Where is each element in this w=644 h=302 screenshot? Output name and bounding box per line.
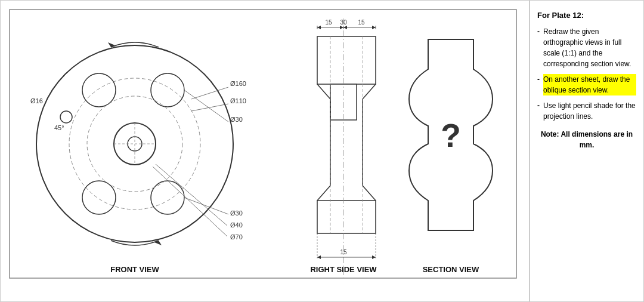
svg-text:Ø16: Ø16 (30, 97, 43, 104)
svg-rect-49 (317, 201, 376, 233)
sidebar-bullet-2: - On another sheet, draw the oblique sec… (537, 74, 636, 95)
sidebar-note: Note: All dimensions are in mm. (537, 129, 636, 150)
svg-rect-41 (317, 36, 376, 84)
bullet-text-3: Use light pencil shade for the projectio… (543, 100, 636, 122)
svg-text:Ø40: Ø40 (230, 221, 243, 229)
svg-text:Ø160: Ø160 (230, 80, 246, 87)
svg-text:15: 15 (358, 19, 365, 26)
svg-text:45°: 45° (54, 124, 64, 131)
svg-text:?: ? (441, 117, 461, 154)
bullet-dash-1: - (537, 26, 540, 37)
svg-text:Ø30: Ø30 (230, 116, 243, 123)
sidebar: For Plate 12: - Redraw the given orthogr… (530, 1, 643, 301)
bullet-text-2: On another sheet, draw the oblique secti… (543, 74, 636, 95)
drawing-area: Ø160 Ø110 Ø30 Ø16 45° Ø30 Ø40 Ø70 FRONT … (1, 1, 530, 301)
bullet-dash-2: - (537, 74, 540, 85)
svg-text:15: 15 (325, 19, 332, 26)
svg-text:15: 15 (340, 249, 347, 255)
svg-text:RIGHT SIDE VIEW: RIGHT SIDE VIEW (310, 265, 377, 274)
sidebar-title: For Plate 12: (537, 10, 636, 21)
svg-text:Ø110: Ø110 (230, 97, 246, 104)
main-container: Ø160 Ø110 Ø30 Ø16 45° Ø30 Ø40 Ø70 FRONT … (0, 0, 644, 302)
svg-text:SECTION VIEW: SECTION VIEW (423, 265, 479, 274)
bullet-dash-3: - (537, 100, 540, 111)
svg-text:Ø70: Ø70 (230, 233, 243, 241)
sidebar-bullet-1: - Redraw the given orthographic views in… (537, 26, 636, 69)
svg-text:Ø30: Ø30 (230, 209, 243, 217)
sidebar-bullet-3: - Use light pencil shade for the project… (537, 100, 636, 122)
bullet-text-1: Redraw the given orthographic views in f… (543, 26, 636, 69)
svg-text:FRONT VIEW: FRONT VIEW (110, 265, 159, 274)
